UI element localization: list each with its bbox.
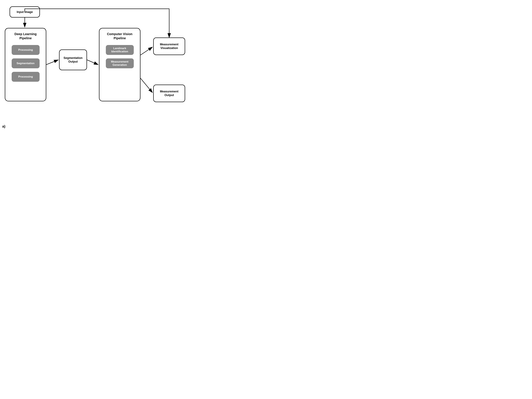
input-image-label: Input Image	[17, 10, 33, 14]
diagram-container: Input Image Deep LearningPipeline Proces…	[0, 0, 191, 144]
dl-sub-label-processing1: Processing	[18, 48, 33, 51]
dl-sub-label-segmentation: Segmentation	[17, 62, 34, 65]
dl-sub-box-segmentation: Segmentation	[12, 58, 40, 68]
seg-output-box: SegmentationOutput	[59, 50, 87, 70]
arrow-seg-to-cv	[87, 60, 98, 65]
input-image-box: Input Image	[10, 6, 40, 18]
meas-viz-label: MeasurementVisualization	[160, 43, 178, 50]
arrow-input-to-meas-viz	[25, 9, 169, 38]
arrow-cv-landmark-to-meas-viz	[140, 47, 152, 55]
arrow-dl-to-seg	[46, 60, 58, 65]
diagram-label-a: a)	[2, 124, 6, 128]
dl-pipeline-title: Deep LearningPipeline	[14, 32, 37, 40]
cv-sub-box-landmark: LandmarkIdentification	[106, 45, 134, 55]
arrow-cv-meas-to-meas-out	[140, 78, 152, 93]
meas-viz-box: MeasurementVisualization	[153, 38, 185, 55]
seg-output-label: SegmentationOutput	[63, 56, 82, 64]
cv-sub-label-measurement: MeasurementGeneration	[111, 60, 128, 67]
cv-sub-box-measurement: MeasurementGeneration	[106, 58, 134, 68]
dl-sub-box-processing2: Processing	[12, 72, 40, 82]
cv-pipeline-box: Computer VisionPipeline LandmarkIdentifi…	[99, 28, 140, 101]
meas-out-box: MeasurementOutput	[153, 85, 185, 102]
dl-pipeline-box: Deep LearningPipeline Processing Segment…	[5, 28, 46, 101]
cv-pipeline-title: Computer VisionPipeline	[107, 32, 133, 40]
dl-sub-label-processing2: Processing	[18, 75, 33, 78]
meas-out-label: MeasurementOutput	[160, 90, 178, 97]
cv-sub-label-landmark: LandmarkIdentification	[111, 47, 128, 53]
dl-sub-box-processing1: Processing	[12, 45, 40, 55]
